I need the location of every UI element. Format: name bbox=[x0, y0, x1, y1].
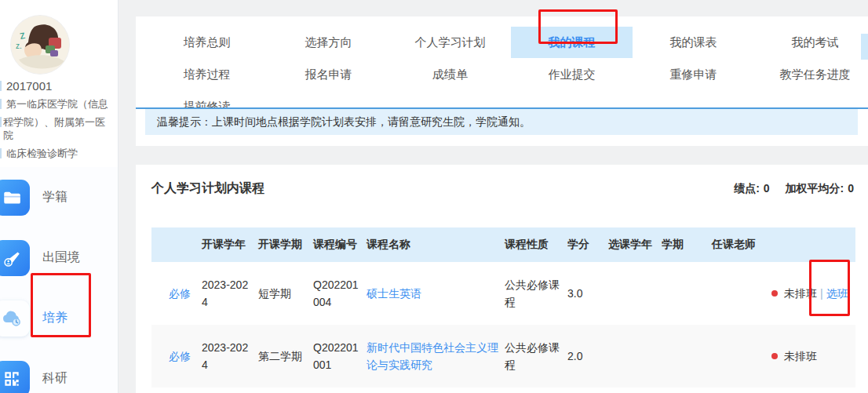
course-teacher bbox=[712, 262, 771, 325]
sidebar-item-label: 出国境 bbox=[42, 249, 80, 266]
sidebar-item-label: 学籍 bbox=[42, 189, 67, 206]
course-select-term bbox=[662, 325, 712, 388]
status-separator: | bbox=[820, 287, 823, 300]
course-type-link[interactable]: 必修 bbox=[169, 287, 191, 300]
col-header-teacher: 任课老师 bbox=[712, 227, 771, 262]
tab-baomingshenqing[interactable]: 报名申请 bbox=[268, 59, 389, 90]
col-header-select-term: 学期 bbox=[662, 227, 712, 262]
scrollbar-sliver bbox=[861, 34, 868, 60]
tab-xuanzefangxiang[interactable]: 选择方向 bbox=[268, 27, 389, 58]
col-header-credit: 学分 bbox=[567, 227, 608, 262]
tab-wodekaoshi[interactable]: 我的考试 bbox=[754, 27, 868, 58]
select-class-link[interactable]: 选班 bbox=[826, 287, 848, 300]
status-dot-icon bbox=[771, 290, 778, 297]
course-credit: 2.0 bbox=[567, 325, 608, 388]
student-major: 临床检验诊断学 bbox=[0, 144, 118, 162]
course-code: Q202201004 bbox=[313, 262, 367, 325]
student-id: 2017001 bbox=[0, 77, 118, 95]
course-nature: 公共必修课程 bbox=[505, 262, 567, 325]
sidebar-item-label: 培养 bbox=[42, 310, 67, 326]
course-name-link[interactable]: 硕士生英语 bbox=[367, 287, 421, 300]
training-icon bbox=[0, 300, 30, 337]
score-stats: 绩点:0 加权平均分:0 bbox=[721, 182, 854, 196]
sidebar-item-peiyang[interactable]: 培养 bbox=[0, 288, 118, 348]
section-title: 个人学习计划内课程 bbox=[151, 180, 264, 197]
tab-peiyangguocheng[interactable]: 培养过程 bbox=[146, 59, 268, 90]
notice-banner: 温馨提示：上课时间地点根据学院计划表安排，请留意研究生院，学院通知。 bbox=[145, 109, 858, 135]
col-header-name: 课程名称 bbox=[367, 227, 505, 262]
tab-peiyangzongze[interactable]: 培养总则 bbox=[146, 27, 268, 58]
course-code: Q202201001 bbox=[313, 325, 367, 388]
gpa-value: 0 bbox=[764, 182, 770, 195]
course-teacher bbox=[712, 325, 771, 388]
tab-chengjidan[interactable]: 成绩单 bbox=[389, 59, 511, 90]
travel-icon bbox=[0, 240, 30, 276]
course-nature: 公共必修课程 bbox=[505, 325, 567, 388]
tab-wodekecheng[interactable]: 我的课程 bbox=[511, 27, 633, 58]
course-select-term bbox=[662, 262, 712, 325]
avatar: z z. bbox=[11, 16, 69, 74]
course-term: 短学期 bbox=[258, 262, 313, 325]
avatar-image: z z. bbox=[11, 16, 69, 74]
gpa-label: 绩点: bbox=[734, 182, 760, 195]
course-table: 开课学年 开课学期 课程编号 课程名称 课程性质 学分 选课学年 学期 任课老师… bbox=[151, 227, 855, 388]
folder-icon bbox=[0, 180, 30, 216]
course-type-link[interactable]: 必修 bbox=[169, 350, 191, 362]
notice-text: 温馨提示：上课时间地点根据学院计划表安排，请留意研究生院，学院通知。 bbox=[157, 115, 531, 129]
course-select-year bbox=[608, 262, 662, 325]
weighted-avg-label: 加权平均分: bbox=[786, 182, 844, 195]
col-header-nature: 课程性质 bbox=[505, 227, 567, 262]
col-header-code: 课程编号 bbox=[313, 227, 367, 262]
table-header-row: 开课学年 开课学期 课程编号 课程名称 课程性质 学分 选课学年 学期 任课老师 bbox=[151, 227, 855, 262]
weighted-avg-value: 0 bbox=[848, 182, 854, 195]
col-header-term: 开课学期 bbox=[258, 227, 313, 262]
student-dept-line1: 第一临床医学院（信息 bbox=[0, 95, 118, 113]
course-term: 第二学期 bbox=[258, 325, 313, 388]
sidebar-item-xueji[interactable]: 学籍 bbox=[0, 167, 118, 227]
sidebar-item-keyan[interactable]: 科研 bbox=[0, 348, 118, 393]
tab-wodekebiao[interactable]: 我的课表 bbox=[633, 27, 754, 58]
course-year: 2023-2024 bbox=[202, 262, 258, 325]
sidebar-item-chuguojing[interactable]: 出国境 bbox=[0, 227, 118, 288]
sidebar: z z. 2017001 第一临床医学院（信息 程学院）、附属第一医院 临床检验… bbox=[0, 0, 119, 393]
research-icon bbox=[0, 361, 30, 393]
course-year: 2023-2024 bbox=[202, 325, 258, 388]
col-header-select-year: 选课学年 bbox=[608, 227, 662, 262]
sidebar-menu: 学籍 出国境 培养 科研 bbox=[0, 167, 118, 393]
status-text: 未排班 bbox=[784, 350, 817, 362]
tab-gerenxuexijihua[interactable]: 个人学习计划 bbox=[389, 27, 511, 58]
tab-chongxiushenqing[interactable]: 重修申请 bbox=[633, 59, 754, 90]
svg-text:z.: z. bbox=[16, 42, 22, 50]
table-row: 必修 2023-2024 短学期 Q202201004 硕士生英语 公共必修课程… bbox=[151, 262, 855, 325]
table-row: 必修 2023-2024 第二学期 Q202201001 新时代中国特色社会主义… bbox=[151, 325, 855, 388]
course-name-link[interactable]: 新时代中国特色社会主义理论与实践研究 bbox=[367, 341, 498, 371]
student-dept-line2: 程学院）、附属第一医院 bbox=[0, 113, 118, 144]
status-text: 未排班 bbox=[784, 287, 817, 300]
col-header-empty bbox=[151, 227, 202, 262]
col-header-status bbox=[771, 227, 855, 262]
student-info: 2017001 第一临床医学院（信息 程学院）、附属第一医院 临床检验诊断学 bbox=[0, 77, 118, 174]
tab-jiaoxuerenwujindu[interactable]: 教学任务进度 bbox=[754, 59, 868, 90]
status-dot-icon bbox=[771, 353, 778, 359]
sidebar-item-label: 科研 bbox=[42, 370, 67, 387]
course-select-year bbox=[608, 325, 662, 388]
col-header-year: 开课学年 bbox=[202, 227, 258, 262]
tab-zuoyetijiao[interactable]: 作业提交 bbox=[511, 59, 633, 90]
course-credit: 3.0 bbox=[567, 262, 608, 325]
course-plan-card: 个人学习计划内课程 绩点:0 加权平均分:0 开课学年 开课学期 课程编号 课程… bbox=[136, 165, 868, 393]
nav-card: 培养总则 选择方向 个人学习计划 我的课程 我的课表 我的考试 培养过程 报名申… bbox=[136, 16, 868, 146]
